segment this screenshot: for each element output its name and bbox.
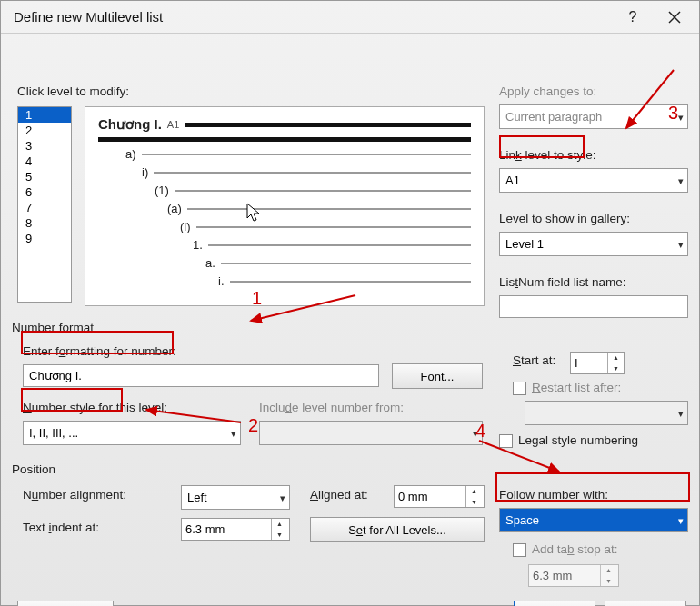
close-icon	[668, 11, 681, 24]
ok-button[interactable]: OK	[514, 601, 595, 606]
legal-style-label: Legal style numbering	[499, 433, 638, 448]
preview-l1: Chương I.	[98, 116, 162, 133]
formatting-input[interactable]	[23, 364, 379, 387]
preview-l8: a.	[205, 256, 215, 270]
listnum-label: ListNum field list name:	[499, 275, 626, 289]
start-at-label: Start at:	[513, 353, 555, 367]
aligned-at-label: Aligned at:	[310, 488, 368, 502]
chevron-down-icon: ▾	[280, 492, 285, 503]
spin-down-icon[interactable]: ▼	[601, 576, 616, 587]
click-level-label: Click level to modify:	[17, 84, 129, 98]
level-item[interactable]: 1	[18, 107, 71, 123]
chevron-down-icon: ▾	[231, 427, 236, 439]
level-item[interactable]: 9	[18, 231, 71, 246]
multilevel-list-dialog: Define new Multilevel list ? Click level…	[0, 0, 700, 606]
restart-after-select[interactable]: ▾	[525, 401, 688, 425]
spin-up-icon[interactable]: ▲	[601, 565, 616, 576]
number-style-label: Number style for this level:	[23, 401, 167, 414]
apply-changes-label: Apply changes to:	[499, 84, 596, 98]
preview-l9: i.	[218, 274, 225, 288]
include-level-label: Include level number from:	[259, 401, 404, 414]
level-item[interactable]: 7	[18, 200, 71, 215]
chevron-down-icon: ▾	[678, 407, 684, 419]
restart-checkbox[interactable]	[513, 382, 526, 395]
preview-l5: (a)	[167, 202, 182, 215]
titlebar: Define new Multilevel list ?	[1, 1, 699, 34]
position-label: Position	[12, 462, 55, 476]
number-format-label: Number format	[12, 321, 94, 334]
start-at-input[interactable]	[571, 353, 607, 373]
preview-l4: (1)	[155, 184, 169, 197]
listnum-input[interactable]	[499, 295, 688, 318]
spin-up-icon[interactable]: ▲	[608, 353, 624, 363]
annotation-number-2: 2	[248, 415, 258, 436]
follow-number-select[interactable]: Space▾	[499, 508, 688, 532]
level-item[interactable]: 5	[18, 169, 71, 184]
spin-down-icon[interactable]: ▼	[608, 363, 624, 374]
legal-style-checkbox[interactable]	[499, 434, 513, 448]
set-all-levels-button[interactable]: Set for All Levels...	[310, 517, 485, 542]
level-item[interactable]: 8	[18, 215, 71, 231]
close-button[interactable]	[654, 4, 695, 31]
dialog-body: Click level to modify: 1 2 3 4 5 6 7 8 9…	[1, 34, 699, 52]
level-listbox[interactable]: 1 2 3 4 5 6 7 8 9	[17, 106, 72, 303]
preview-pane: Chương I.A1 a) i) (1) (a) (i) 1. a. i.	[85, 106, 485, 306]
less-button[interactable]: << Less	[17, 601, 114, 606]
enter-formatting-label: Enter formatting for number:	[23, 344, 176, 358]
spin-up-icon[interactable]: ▲	[272, 519, 287, 530]
preview-l2: a)	[125, 147, 136, 161]
dialog-title: Define new Multilevel list	[14, 9, 612, 25]
chevron-down-icon: ▾	[473, 427, 478, 439]
spin-down-icon[interactable]: ▼	[272, 530, 287, 541]
apply-changes-select[interactable]: Current paragraph▾	[499, 104, 688, 129]
start-at-spinner[interactable]: ▲▼	[570, 352, 625, 374]
chevron-down-icon: ▾	[678, 174, 684, 186]
chevron-down-icon: ▾	[678, 514, 684, 526]
text-indent-input[interactable]	[182, 519, 271, 540]
spin-up-icon[interactable]: ▲	[466, 486, 482, 497]
cancel-button[interactable]: Cancel	[605, 601, 686, 606]
chevron-down-icon: ▾	[678, 111, 684, 123]
restart-after-label: Restart list after:	[513, 381, 621, 395]
preview-l3: i)	[142, 165, 148, 179]
link-level-select[interactable]: A1▾	[499, 168, 688, 193]
font-button[interactable]: Font...	[392, 363, 483, 389]
num-alignment-label: Number alignment:	[23, 488, 126, 502]
help-button[interactable]: ?	[612, 4, 654, 31]
add-tab-checkbox[interactable]	[513, 543, 526, 557]
spin-down-icon[interactable]: ▼	[466, 497, 482, 508]
level-item[interactable]: 6	[18, 184, 71, 200]
tab-stop-input[interactable]	[529, 565, 600, 586]
text-indent-spinner[interactable]: ▲▼	[181, 518, 290, 541]
include-level-select[interactable]: ▾	[259, 421, 483, 445]
chevron-down-icon: ▾	[678, 238, 684, 250]
level-item[interactable]: 3	[18, 138, 71, 154]
level-show-select[interactable]: Level 1▾	[499, 232, 688, 256]
level-item[interactable]: 2	[18, 123, 71, 138]
link-level-label: Link level to style:	[499, 148, 596, 162]
preview-l7: 1.	[193, 238, 203, 252]
level-show-label: Level to show in gallery:	[499, 212, 630, 225]
follow-number-label: Follow number with:	[499, 488, 608, 502]
number-style-select[interactable]: I, II, III, ...▾	[23, 421, 241, 445]
add-tab-label: Add tab stop at:	[513, 542, 618, 557]
preview-l1-style: A1	[167, 119, 179, 130]
tab-stop-spinner[interactable]: ▲▼	[528, 564, 619, 587]
aligned-at-input[interactable]	[395, 486, 465, 507]
text-indent-label: Text indent at:	[23, 521, 99, 534]
aligned-at-spinner[interactable]: ▲▼	[394, 485, 485, 508]
num-alignment-select[interactable]: Left▾	[181, 485, 290, 510]
preview-l6: (i)	[180, 220, 191, 233]
level-item[interactable]: 4	[18, 154, 71, 169]
